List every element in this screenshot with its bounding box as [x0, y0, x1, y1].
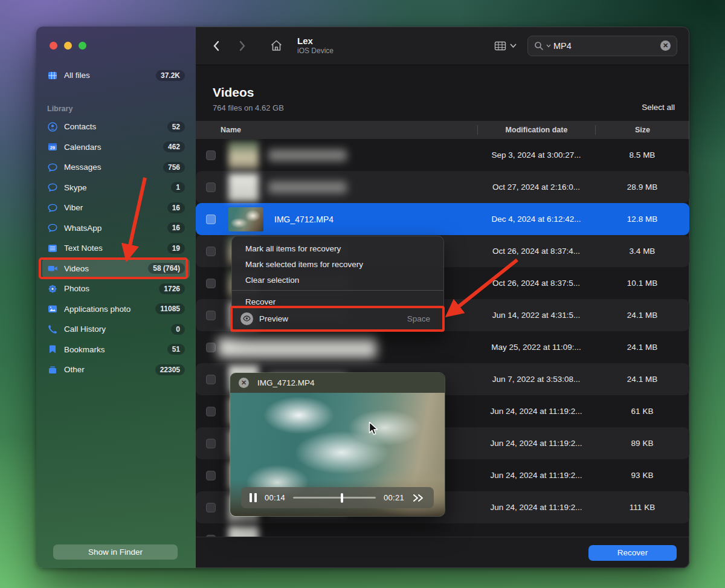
- row-checkbox[interactable]: [206, 343, 216, 352]
- chat-bubble-icon: [47, 162, 58, 173]
- view-options-button[interactable]: [494, 40, 517, 51]
- sidebar-item-count: 1: [171, 182, 185, 193]
- menu-item-mark-selected[interactable]: Mark selected items for recovery: [232, 256, 443, 272]
- table-row[interactable]: Sep 3, 2024 at 3:00:27... 8.5 MB: [196, 139, 689, 171]
- sidebar-item-count: 0: [171, 324, 185, 335]
- column-header-size[interactable]: Size: [596, 126, 689, 134]
- eye-icon: [240, 312, 253, 325]
- sidebar-item-bookmarks[interactable]: Bookmarks 51: [42, 340, 190, 360]
- row-modification-date: Oct 26, 2024 at 8:37:4...: [477, 247, 595, 256]
- grid-view-icon: [494, 40, 506, 51]
- row-modification-date: Oct 27, 2024 at 2:16:0...: [477, 183, 595, 192]
- row-checkbox[interactable]: [206, 279, 216, 288]
- sidebar-item-label: Other: [64, 365, 155, 374]
- menu-item-preview-label: Preview: [259, 314, 288, 323]
- table-row[interactable]: May 25, 2022 at 11:09:... 24.1 MB: [196, 331, 689, 363]
- row-checkbox[interactable]: [206, 471, 216, 480]
- column-header-modification-date[interactable]: Modification date: [478, 126, 595, 134]
- show-in-finder-button[interactable]: Show in Finder: [53, 544, 178, 560]
- menu-item-mark-all[interactable]: Mark all items for recovery: [232, 241, 443, 256]
- table-row-partial[interactable]: [196, 523, 689, 537]
- row-checkbox[interactable]: [206, 215, 216, 224]
- row-checkbox[interactable]: [206, 375, 216, 384]
- menu-item-preview[interactable]: Preview Space: [232, 309, 443, 328]
- sidebar-item-messages[interactable]: Messages 756: [42, 157, 190, 178]
- fast-forward-icon[interactable]: [412, 493, 425, 503]
- device-name: Lex: [297, 36, 334, 47]
- duration-time: 00:21: [384, 493, 404, 502]
- table-row[interactable]: Oct 27, 2024 at 2:16:0... 28.9 MB: [196, 171, 689, 203]
- sidebar: All files 37.2K Library Contacts 52 29 C…: [36, 27, 196, 568]
- home-button[interactable]: [268, 38, 284, 54]
- sidebar-item-label: Bookmarks: [64, 345, 167, 354]
- chevron-down-icon: [510, 44, 517, 48]
- row-size: 61 KB: [595, 407, 689, 416]
- page-subtitle: 764 files on 4.62 GB: [213, 103, 284, 112]
- sidebar-item-call-history[interactable]: Call History 0: [42, 319, 190, 340]
- blurred-filename: [218, 337, 376, 358]
- sidebar-item-calendars[interactable]: 29 Calendars 462: [42, 137, 190, 158]
- clear-search-icon[interactable]: ✕: [660, 40, 671, 51]
- preview-popup: ✕ IMG_4712.MP4 00:14 00:21: [230, 372, 445, 517]
- recover-button[interactable]: Recover: [588, 545, 677, 561]
- note-icon: [47, 243, 58, 254]
- search-field[interactable]: ✕: [527, 36, 677, 56]
- sidebar-item-all-files[interactable]: All files 37.2K: [42, 65, 190, 86]
- row-size: 12.8 MB: [595, 215, 689, 224]
- close-window-button[interactable]: [50, 42, 57, 50]
- context-menu: Mark all items for recovery Mark selecte…: [231, 236, 444, 332]
- back-button[interactable]: [208, 38, 224, 54]
- row-checkbox[interactable]: [206, 535, 216, 537]
- sidebar-item-label: Contacts: [64, 122, 167, 131]
- row-checkbox[interactable]: [206, 407, 216, 416]
- row-checkbox[interactable]: [206, 247, 216, 256]
- minimize-window-button[interactable]: [64, 42, 72, 50]
- seek-bar[interactable]: [293, 497, 376, 499]
- sidebar-item-other[interactable]: Other 22305: [42, 360, 190, 380]
- row-size: 111 KB: [595, 503, 689, 512]
- row-checkbox[interactable]: [206, 150, 216, 160]
- row-checkbox[interactable]: [206, 439, 216, 448]
- forward-button[interactable]: [234, 38, 250, 54]
- sidebar-item-count: 58 (764): [148, 263, 185, 274]
- row-size: 28.9 MB: [595, 183, 689, 192]
- flower-icon: [47, 283, 58, 294]
- sidebar-item-viber[interactable]: Viber 16: [42, 198, 190, 218]
- file-thumbnail: [228, 207, 263, 231]
- sidebar-item-text-notes[interactable]: Text Notes 19: [42, 238, 190, 259]
- seek-handle[interactable]: [341, 493, 343, 503]
- menu-item-recover[interactable]: Recover: [232, 294, 443, 309]
- row-checkbox[interactable]: [206, 503, 216, 512]
- row-modification-date: Jun 7, 2022 at 3:53:08...: [477, 375, 595, 384]
- row-modification-date: Sep 3, 2024 at 3:00:27...: [477, 150, 595, 160]
- device-type: iOS Device: [297, 47, 334, 56]
- row-modification-date: Jun 14, 2022 at 4:31:5...: [477, 311, 595, 320]
- zoom-window-button[interactable]: [79, 42, 86, 50]
- close-icon[interactable]: ✕: [239, 378, 249, 388]
- row-size: 89 KB: [595, 439, 689, 448]
- row-size: 93 KB: [595, 471, 689, 480]
- sidebar-item-label: Messages: [64, 163, 163, 172]
- row-size: 3.4 MB: [595, 247, 689, 256]
- column-header-name[interactable]: Name: [196, 126, 477, 134]
- stack-icon: [47, 364, 58, 375]
- sidebar-item-count: 22305: [155, 364, 185, 375]
- search-input[interactable]: [553, 41, 658, 51]
- sidebar-item-skype[interactable]: Skype 1: [42, 178, 190, 198]
- pause-icon[interactable]: [250, 493, 257, 502]
- toolbar: Lex iOS Device ✕: [196, 27, 689, 65]
- row-checkbox[interactable]: [206, 311, 216, 320]
- search-icon: [534, 41, 544, 51]
- row-checkbox[interactable]: [206, 183, 216, 192]
- sidebar-item-photos[interactable]: Photos 1726: [42, 279, 190, 299]
- sidebar-item-videos[interactable]: Videos 58 (764): [42, 259, 190, 279]
- sidebar-item-contacts[interactable]: Contacts 52: [42, 117, 190, 137]
- sidebar-item-whatsapp[interactable]: WhatsApp 16: [42, 218, 190, 239]
- file-thumbnail: [228, 526, 259, 537]
- sidebar-item-count: 462: [163, 141, 185, 152]
- table-row-selected[interactable]: IMG_4712.MP4 Dec 4, 2024 at 6:12:42... 1…: [196, 203, 689, 235]
- menu-item-clear-selection[interactable]: Clear selection: [232, 272, 443, 288]
- select-all-button[interactable]: Select all: [642, 103, 675, 112]
- sidebar-item-applications-photo[interactable]: Applications photo 11085: [42, 299, 190, 320]
- video-camera-icon: [47, 263, 58, 274]
